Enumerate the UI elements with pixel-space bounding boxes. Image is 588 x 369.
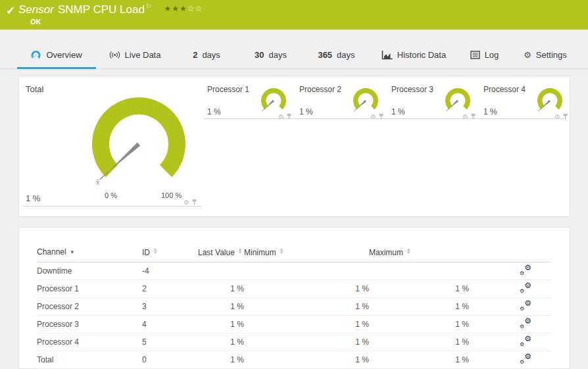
scale-min-label: 0 % <box>105 191 117 199</box>
processor-gauge[interactable] <box>535 87 565 116</box>
channel-cell: Downtime <box>37 262 142 280</box>
table-row[interactable]: Total 0 1 % 1 % 1 % ⚙⚙ <box>37 351 551 368</box>
tab-log[interactable]: Log <box>456 43 512 69</box>
maximum-cell: 1 % <box>369 297 469 315</box>
tab-settings[interactable]: ⚙ Settings <box>512 43 578 69</box>
processor-gauge[interactable] <box>351 87 381 116</box>
processor-gauge-block[interactable]: Processor 3 1 % ⚙ <box>390 76 482 208</box>
channel-cell: Processor 1 <box>37 280 142 297</box>
maximum-cell <box>369 262 469 280</box>
channel-cell: Processor 4 <box>37 333 142 351</box>
gauge-settings-icon[interactable]: ⚙ <box>370 114 376 120</box>
table-row[interactable]: Processor 1 2 1 % 1 % 1 % ⚙⚙ <box>37 280 551 297</box>
gauge-value: 1 % <box>483 107 497 116</box>
pin-icon[interactable] <box>286 113 292 120</box>
col-header-last-value[interactable]: Last Value▲▼ <box>198 242 244 262</box>
sort-icon: ▲▼ <box>280 247 283 255</box>
id-cell: 2 <box>142 280 198 297</box>
scale-max-label: 100 % <box>161 191 182 199</box>
gear-icon: ⚙ <box>524 50 531 60</box>
processor-gauge[interactable] <box>443 87 473 116</box>
sort-desc-icon: ▼ <box>70 249 75 255</box>
pin-icon[interactable] <box>191 199 197 206</box>
col-header-label: Last Value <box>198 247 235 257</box>
channel-cell: Processor 3 <box>37 315 142 333</box>
channel-settings-icon[interactable]: ⚙⚙ <box>520 283 531 293</box>
live-data-icon <box>109 51 120 59</box>
tab-label: Historic Data <box>397 50 446 60</box>
divider <box>388 118 480 119</box>
actions-cell: ⚙⚙ <box>469 333 551 351</box>
last-value-cell <box>198 262 244 280</box>
flag-icon[interactable]: ⚐ <box>146 3 152 10</box>
tab-2-days[interactable]: 2 days <box>174 43 239 69</box>
minimum-cell: 1 % <box>244 351 369 368</box>
channel-label: Processor 1 <box>207 85 249 94</box>
maximum-cell: 1 % <box>369 351 469 368</box>
pin-icon[interactable] <box>470 113 476 120</box>
table-row[interactable]: Processor 2 3 1 % 1 % 1 % ⚙⚙ <box>37 297 551 315</box>
tab-label: days <box>202 50 220 60</box>
processor-gauge[interactable] <box>258 87 289 116</box>
priority-stars[interactable]: ★★★☆☆ <box>164 4 203 13</box>
channel-settings-icon[interactable]: ⚙⚙ <box>520 265 531 275</box>
minimum-cell: 1 % <box>244 297 369 315</box>
divider <box>22 206 201 207</box>
gauge-value: 1 % <box>207 107 221 116</box>
sort-icon: ▲▼ <box>238 247 242 255</box>
sensor-header: ✓ SensorSNMP CPU Load⚐ ★★★☆☆ OK <box>0 0 588 30</box>
table-row[interactable]: Downtime -4 ⚙⚙ <box>37 262 551 280</box>
processor-gauge-block[interactable]: Processor 4 1 % ⚙ <box>482 76 574 208</box>
tab-number: 30 <box>255 50 264 60</box>
pin-icon[interactable] <box>562 113 568 120</box>
table-row[interactable]: Processor 3 4 1 % 1 % 1 % ⚙⚙ <box>37 315 551 333</box>
tab-overview[interactable]: Overview <box>17 43 96 69</box>
sensor-name: SNMP CPU Load <box>58 3 145 16</box>
total-gauge[interactable] <box>88 93 193 191</box>
tab-historic-data[interactable]: Historic Data <box>371 43 456 69</box>
col-header-label: Minimum <box>244 247 276 257</box>
table-row[interactable]: Processor 4 5 1 % 1 % 1 % ⚙⚙ <box>37 333 551 351</box>
channel-settings-icon[interactable]: ⚙⚙ <box>520 336 531 346</box>
gauge-value: 1 % <box>299 107 313 116</box>
channels-table: Channel▼ ID▲▼ Last Value▲▼ Minimum▲▼ Max… <box>37 242 551 369</box>
tab-number: 365 <box>318 50 332 60</box>
gauge-settings-icon[interactable]: ⚙ <box>184 199 189 206</box>
channel-settings-icon[interactable]: ⚙⚙ <box>520 301 531 310</box>
col-header-label: Channel <box>37 247 66 257</box>
processor-gauge-block[interactable]: Processor 2 1 % ⚙ <box>298 76 390 208</box>
divider <box>480 118 564 119</box>
gauge-value: 1 % <box>391 107 405 116</box>
tab-label: days <box>337 50 355 60</box>
channel-settings-icon[interactable]: ⚙⚙ <box>520 354 531 364</box>
tab-label: Overview <box>46 50 82 60</box>
historic-chart-icon <box>381 51 393 60</box>
maximum-cell: 1 % <box>369 315 469 333</box>
minimum-cell: 1 % <box>244 280 369 297</box>
tab-30-days[interactable]: 30 days <box>239 43 302 69</box>
tab-label: Live Data <box>125 50 161 60</box>
gauge-icon <box>31 50 41 61</box>
gauge-settings-icon[interactable]: ⚙ <box>278 114 284 120</box>
tab-live-data[interactable]: Live Data <box>96 43 174 69</box>
minimum-cell: 1 % <box>244 315 369 333</box>
tab-label: days <box>269 50 287 60</box>
gauge-settings-icon[interactable]: ⚙ <box>462 114 468 120</box>
actions-cell: ⚙⚙ <box>469 297 551 315</box>
sort-icon: ▲▼ <box>153 247 157 255</box>
id-cell: 3 <box>142 297 198 315</box>
col-header-id[interactable]: ID▲▼ <box>142 242 198 262</box>
tab-365-days[interactable]: 365 days <box>302 43 371 69</box>
processor-gauge-block[interactable]: Processor 1 1 % ⚙ <box>206 76 298 208</box>
pin-icon[interactable] <box>378 113 384 120</box>
channel-settings-icon[interactable]: ⚙⚙ <box>520 318 531 328</box>
col-header-channel[interactable]: Channel▼ <box>37 242 142 262</box>
channels-panel: Channel▼ ID▲▼ Last Value▲▼ Minimum▲▼ Max… <box>18 227 570 369</box>
tab-number: 2 <box>193 50 197 60</box>
object-kind-label: Sensor <box>18 3 54 16</box>
gauge-settings-icon[interactable]: ⚙ <box>554 114 560 120</box>
col-header-maximum[interactable]: Maximum▲▼ <box>369 242 469 262</box>
col-header-minimum[interactable]: Minimum▲▼ <box>244 242 369 262</box>
col-header-actions <box>469 242 551 262</box>
last-value-cell: 1 % <box>198 297 244 315</box>
